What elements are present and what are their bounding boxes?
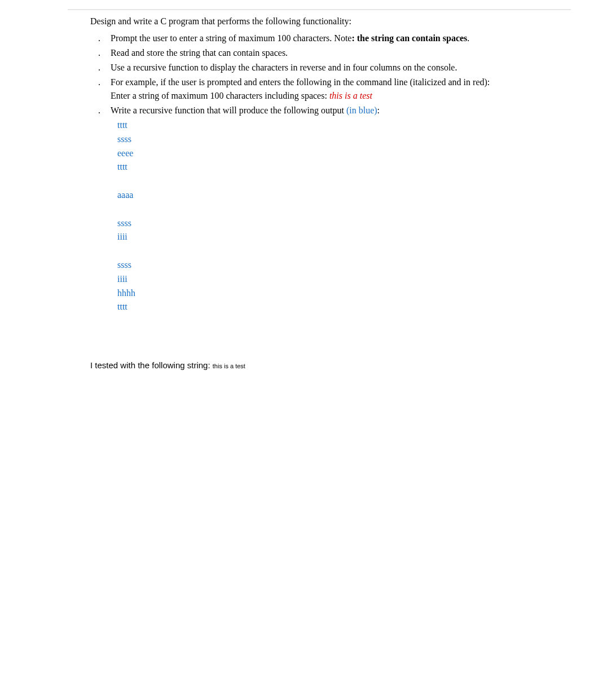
bullet-5-text-c: : bbox=[377, 105, 380, 115]
bullet-2-text: Read and store the string that can conta… bbox=[111, 48, 288, 58]
document-page: Design and write a C program that perfor… bbox=[0, 0, 616, 383]
bullet-list: Prompt the user to enter a string of max… bbox=[90, 32, 548, 117]
program-output: tttt ssss eeee tttt aaaa ssss iiii ssss … bbox=[90, 118, 548, 314]
bullet-4-user-input: this is a test bbox=[329, 91, 372, 100]
bullet-item-2: Read and store the string that can conta… bbox=[95, 46, 548, 60]
bullet-item-4: For example, if the user is prompted and… bbox=[95, 76, 548, 103]
bullet-item-1: Prompt the user to enter a string of max… bbox=[95, 32, 548, 45]
bullet-4-prompt: Enter a string of maximum 100 characters… bbox=[111, 91, 329, 100]
tested-label: I tested with the following string: bbox=[90, 360, 213, 370]
bullet-5-text-b: (in blue) bbox=[346, 105, 377, 115]
bullet-item-5: Write a recursive function that will pro… bbox=[95, 104, 548, 117]
bullet-item-3: Use a recursive function to display the … bbox=[95, 61, 548, 74]
bullet-1-text-c: . bbox=[467, 33, 469, 43]
bullet-3-text: Use a recursive function to display the … bbox=[111, 63, 457, 72]
bullet-4-text-a: For example, if the user is prompted and… bbox=[111, 77, 490, 87]
top-divider bbox=[68, 9, 571, 10]
intro-paragraph: Design and write a C program that perfor… bbox=[90, 15, 548, 28]
tested-section: I tested with the following string: this… bbox=[90, 359, 548, 372]
bullet-5-text-a: Write a recursive function that will pro… bbox=[111, 105, 346, 115]
tested-value: this is a test bbox=[213, 363, 245, 369]
bullet-1-text-b: : the string can contain spaces bbox=[351, 33, 467, 43]
bullet-1-text-a: Prompt the user to enter a string of max… bbox=[111, 33, 351, 43]
